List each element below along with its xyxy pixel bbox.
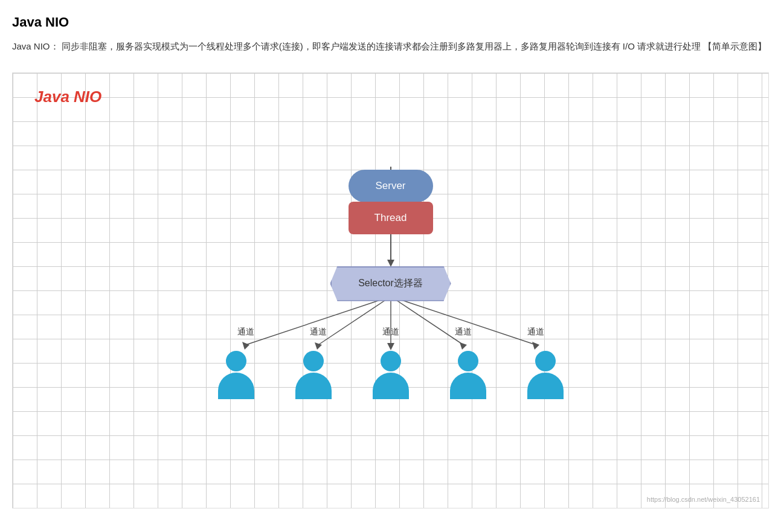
client-3 [367, 351, 415, 399]
clients-row [179, 351, 602, 399]
svg-marker-7 [315, 342, 322, 350]
diagram-container: Java NIO [12, 72, 769, 508]
svg-marker-9 [387, 343, 394, 350]
client-4-head [458, 351, 478, 371]
channel-label-4: 通道 [455, 327, 472, 338]
channel-labels-row: 通道 通道 通道 通道 通道 [179, 327, 602, 338]
channel-label-5: 通道 [527, 327, 544, 338]
client-1-body [218, 373, 254, 399]
channel-label-3: 通道 [382, 327, 399, 338]
client-2-head [303, 351, 324, 371]
svg-line-6 [318, 296, 391, 345]
client-5-body [527, 373, 564, 399]
selector-node: Selector选择器 [330, 266, 451, 301]
page-title: Java NIO [12, 14, 769, 30]
client-2 [289, 351, 338, 399]
diagram-inner: Server Thread Selector选择器 通道 通道 通道 通道 通道 [179, 91, 602, 478]
client-1-head [226, 351, 246, 371]
channel-label-1: 通道 [237, 327, 254, 338]
server-node: Server [349, 133, 433, 202]
svg-line-12 [391, 296, 536, 345]
client-3-head [381, 351, 401, 371]
svg-marker-11 [460, 342, 467, 350]
client-5 [521, 351, 570, 399]
svg-marker-13 [532, 342, 539, 350]
client-4-body [450, 373, 486, 399]
svg-marker-5 [242, 342, 249, 350]
client-3-body [373, 373, 409, 399]
svg-line-10 [391, 296, 463, 345]
watermark: https://blog.csdn.net/weixin_43052161 [647, 496, 760, 503]
client-4 [444, 351, 492, 399]
diagram-title: Java NIO [34, 88, 101, 106]
svg-line-4 [246, 296, 391, 345]
client-1 [212, 351, 260, 399]
client-5-head [535, 351, 556, 371]
channel-label-2: 通道 [310, 327, 327, 338]
thread-node: Thread [349, 202, 433, 234]
description-text: Java NIO： 同步非阻塞，服务器实现模式为一个线程处理多个请求(连接)，即… [12, 39, 769, 54]
client-2-body [295, 373, 332, 399]
